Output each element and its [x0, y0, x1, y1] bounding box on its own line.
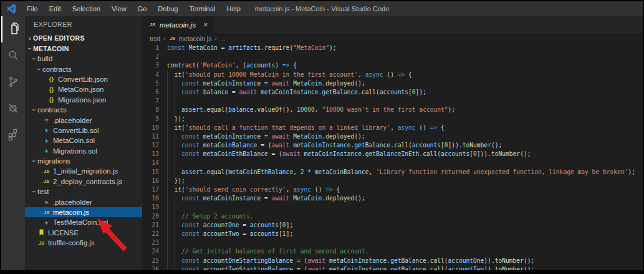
menu-view[interactable]: View [106, 1, 132, 16]
line-number: 21 [142, 221, 167, 230]
line-number: 18 [142, 194, 167, 203]
tree-file-convertlib-json[interactable]: {}ConvertLib.json [25, 74, 142, 84]
indent-guide [167, 159, 175, 167]
menu-edit[interactable]: Edit [44, 1, 67, 16]
code-line: 16}); [142, 177, 643, 185]
tree-item-label: contracts [42, 66, 72, 73]
line-number: 22 [142, 230, 167, 238]
tree-file-1-initial-migration-js[interactable]: JS1_initial_migration.js [25, 166, 142, 176]
code-line: 1const MetaCoin = artifacts.require("Met… [142, 44, 643, 52]
indent-guide [175, 132, 182, 141]
tree-file-metacoin-js[interactable]: JSmetacoin.js [25, 207, 142, 217]
source-control-icon[interactable] [1, 69, 25, 95]
indent-guide [167, 212, 175, 221]
tree-file-metacoin-json[interactable]: {}MetaCoin.json [25, 84, 142, 94]
json-file-icon: {} [47, 86, 55, 93]
tree-item-label: test [37, 188, 49, 195]
code-line: 10it('should call a function that depend… [142, 124, 643, 132]
line-number: 13 [142, 150, 167, 159]
title-bar: FileEditSelectionViewGoDebugTerminalHelp… [1, 1, 643, 16]
indent-guide [175, 88, 182, 97]
indent-guide [167, 141, 175, 150]
menu-file[interactable]: File [21, 1, 44, 16]
line-number: 5 [142, 79, 167, 88]
menu-selection[interactable]: Selection [67, 1, 106, 16]
code-line: 22const accountTwo = accounts[1]; [142, 230, 643, 238]
debug-icon[interactable] [1, 95, 25, 121]
code-line: 3contract('MetaCoin', (accounts) => { [142, 61, 643, 70]
chevron-down-icon: › [26, 46, 34, 52]
tab-metacoin-js[interactable]: JS metacoin.js × [142, 16, 214, 33]
chevron-icon: › [31, 158, 38, 164]
root-folder-label: METACOIN [33, 45, 69, 52]
breadcrumb: test›JSmetacoin.js›... [142, 33, 643, 44]
indent-guide [167, 203, 175, 212]
tree-item-label: build [37, 55, 52, 62]
tree-item-label: .placeholder [53, 117, 92, 124]
chevron-icon: › [36, 66, 43, 72]
code-line: 24// Get initial balances of first and s… [142, 247, 643, 256]
menu-terminal[interactable]: Terminal [184, 1, 221, 16]
tree-item-label: TestMetaCoin.sol [53, 218, 108, 226]
js-icon: JS [148, 22, 156, 27]
code-line: 5const metaCoinInstance = await MetaCoin… [142, 79, 643, 88]
explorer-icon[interactable] [1, 16, 25, 42]
activity-bar [1, 16, 25, 270]
breadcrumb-item--[interactable]: ... [220, 35, 226, 42]
code-editor[interactable]: 1const MetaCoin = artifacts.require("Met… [142, 44, 643, 270]
tab-bar: JS metacoin.js × [142, 16, 643, 33]
tree-folder-contracts[interactable]: ›contracts [25, 64, 142, 74]
line-number: 10 [142, 124, 167, 132]
tree-file-testmetacoin-sol[interactable]: ♦TestMetaCoin.sol [25, 217, 142, 227]
menu-help[interactable]: Help [221, 1, 246, 16]
tree-file-metacoin-sol[interactable]: ♦MetaCoin.sol [25, 135, 142, 145]
menu-debug[interactable]: Debug [152, 1, 183, 16]
open-editors-section[interactable]: › OPEN EDITORS [25, 32, 142, 43]
line-number: 2 [142, 52, 167, 61]
tree-item-label: Migrations.sol [53, 147, 97, 155]
tree-file-convertlib-sol[interactable]: ♦ConvertLib.sol [25, 125, 142, 135]
menu-go[interactable]: Go [132, 1, 153, 16]
tree-folder-build[interactable]: ›build [25, 54, 142, 64]
line-number: 3 [142, 61, 167, 70]
chevron-right-icon: › [27, 34, 33, 42]
breadcrumb-item-metacoin-js[interactable]: metacoin.js [178, 35, 211, 42]
search-icon[interactable] [1, 42, 25, 69]
extensions-icon[interactable] [1, 121, 25, 147]
root-folder-section[interactable]: › METACOIN [25, 43, 142, 54]
tree-file-license[interactable]: LICENSE [25, 228, 142, 238]
indent-guide [167, 177, 175, 185]
line-number: 17 [142, 185, 167, 194]
breadcrumb-item-test[interactable]: test [150, 35, 160, 42]
tree-item-label: metacoin.js [53, 208, 89, 216]
tree-file--placeholder[interactable]: ≡.placeholder [25, 197, 142, 207]
indent-guide [175, 168, 182, 177]
line-number: 20 [142, 212, 167, 221]
tree-file-truffle-config-js[interactable]: JStruffle-config.js [25, 238, 142, 248]
indent-guide [167, 105, 175, 114]
solidity-file-icon: ♦ [42, 127, 50, 134]
indent-guide [175, 97, 182, 105]
tree-file-2-deploy-contracts-js[interactable]: JS2_deploy_contracts.js [25, 177, 142, 187]
line-number: 23 [142, 238, 167, 247]
tree-folder-contracts[interactable]: ›contracts [25, 105, 142, 115]
code-line: 18const metaCoinInstance = await MetaCoi… [142, 194, 643, 203]
indent-guide [175, 159, 182, 167]
explorer-sidebar: EXPLORER › OPEN EDITORS › METACOIN ›buil… [25, 16, 142, 270]
tree-file--placeholder[interactable]: ≡.placeholder [25, 115, 142, 125]
tree-item-label: contracts [37, 106, 67, 114]
tree-folder-migrations[interactable]: ›migrations [25, 156, 142, 166]
tree-file-migrations-json[interactable]: {}Migrations.json [25, 95, 142, 105]
line-number: 11 [142, 132, 167, 141]
code-line: 20// Setup 2 accounts. [142, 212, 643, 221]
indent-guide [175, 257, 182, 265]
tree-folder-test[interactable]: ›test [25, 187, 142, 197]
tree-item-label: .placeholder [53, 198, 92, 206]
tab-label: metacoin.js [160, 21, 196, 29]
indent-guide [175, 141, 182, 150]
code-line: 26const accountTwoStartingBalance = (awa… [142, 265, 643, 270]
tree-file-migrations-sol[interactable]: ♦Migrations.sol [25, 146, 142, 156]
indent-guide [167, 238, 175, 247]
close-icon[interactable]: × [202, 21, 209, 29]
menu-bar: FileEditSelectionViewGoDebugTerminalHelp [21, 1, 246, 16]
